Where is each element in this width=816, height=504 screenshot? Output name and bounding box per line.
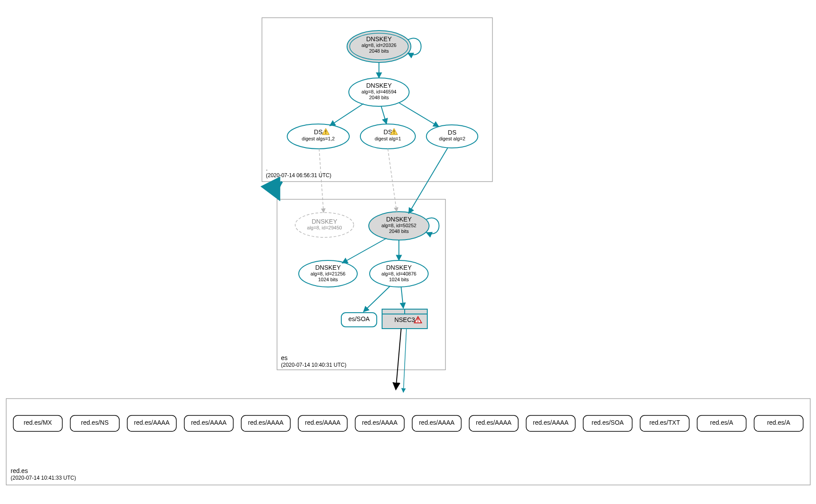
edge-esksk-zsk1 — [342, 238, 387, 263]
es-zsk1-title: DNSKEY — [299, 264, 357, 271]
rrset-item: red.es/AAAA — [355, 415, 404, 431]
root-ksk-title: DNSKEY — [347, 35, 411, 43]
root-zsk-bits: 2048 bits — [349, 95, 409, 101]
node-nsec3: NSEC3 — [382, 309, 427, 329]
rrset-label: red.es/AAAA — [533, 419, 568, 426]
root-ksk-alg: alg=8, id=20326 — [347, 43, 411, 48]
rrset-item: red.es/TXT — [640, 415, 689, 431]
node-es-soa: es/SOA — [341, 313, 377, 327]
rrset-item: red.es/AAAA — [241, 415, 290, 431]
svg-rect-20 — [6, 399, 810, 485]
rrset-item: red.es/NS — [70, 415, 120, 431]
rrset-item: red.es/MX — [13, 415, 62, 431]
es-soa-label: es/SOA — [348, 315, 370, 322]
es-missing-alg: alg=8, id=29450 — [295, 225, 354, 231]
root-zsk-title: DNSKEY — [349, 82, 409, 89]
rrset-label: red.es/SOA — [592, 419, 624, 426]
es-zsk2-title: DNSKEY — [370, 264, 428, 271]
ds1-sub: digest algs=1,2 — [287, 136, 349, 142]
rrset-label: red.es/NS — [81, 419, 109, 426]
rrset-label: red.es/A — [710, 419, 733, 426]
ds1-title: DS — [314, 128, 322, 136]
node-ds3: DS digest alg=2 — [426, 125, 478, 148]
node-ds2: DS digest alg=1 — [360, 124, 415, 149]
root-zsk-alg: alg=8, id=46594 — [349, 89, 409, 95]
edge-rootzsk-ds3 — [399, 103, 439, 127]
rrset-label: red.es/AAAA — [362, 419, 398, 426]
edge-nsec3-redes-teal — [403, 329, 406, 392]
zone-redes — [6, 399, 810, 485]
edge-zsk2-nsec3 — [401, 287, 403, 308]
rrset-item: red.es/SOA — [583, 415, 632, 431]
es-zsk1-bits: 1024 bits — [299, 277, 357, 283]
edge-rootzsk-ds1 — [330, 104, 363, 126]
root-ksk-bits: 2048 bits — [347, 48, 411, 54]
es-zsk2-bits: 1024 bits — [370, 277, 428, 283]
node-es-zsk2: DNSKEY alg=8, id=40876 1024 bits — [370, 260, 428, 287]
es-ksk-bits: 2048 bits — [369, 229, 429, 234]
rrset-item: red.es/AAAA — [127, 415, 176, 431]
rrset-item: red.es/A — [697, 415, 746, 431]
es-ksk-title: DNSKEY — [369, 216, 429, 223]
rrset-item: red.es/AAAA — [526, 415, 575, 431]
es-missing-title: DNSKEY — [295, 218, 354, 225]
ds3-title: DS — [426, 129, 478, 136]
es-zsk1-alg: alg=8, id=21256 — [299, 271, 357, 277]
edge-ds3-esksk — [409, 148, 448, 213]
node-ds1: DS digest algs=1,2 — [287, 124, 349, 149]
rrset-label: red.es/MX — [23, 419, 52, 426]
rrset-label: red.es/TXT — [649, 419, 680, 426]
rrset-label: red.es/AAAA — [419, 419, 454, 426]
rrset-item: red.es/AAAA — [469, 415, 519, 431]
dnssec-diagram: DNSKEY alg=8, id=20326 2048 bits DNSKEY … — [0, 0, 816, 504]
rrset-label: red.es/A — [767, 419, 790, 426]
node-es-zsk1: DNSKEY alg=8, id=21256 1024 bits — [299, 260, 357, 287]
es-zsk2-alg: alg=8, id=40876 — [370, 271, 428, 277]
rrset-label: red.es/AAAA — [248, 419, 283, 426]
rrset-label: red.es/AAAA — [476, 419, 511, 426]
rrset-label: red.es/AAAA — [134, 419, 169, 426]
rrset-item: red.es/AAAA — [412, 415, 461, 431]
edge-nsec3-redes-black — [396, 329, 401, 390]
ds2-sub: digest alg=1 — [360, 136, 415, 142]
rrset-item: red.es/AAAA — [184, 415, 234, 431]
rrset-item: red.es/AAAA — [298, 415, 347, 431]
edge-zsk2-essoa — [363, 286, 390, 312]
node-root-ksk: DNSKEY alg=8, id=20326 2048 bits — [347, 31, 411, 62]
edge-rootzsk-ds2 — [381, 106, 387, 124]
edge-zone-root-to-es — [278, 182, 282, 199]
edge-ds2-esksk — [388, 149, 397, 212]
node-es-ksk: DNSKEY alg=8, id=50252 2048 bits — [369, 212, 429, 240]
rrset-label: red.es/AAAA — [305, 419, 340, 426]
ds3-sub: digest alg=2 — [426, 136, 478, 142]
node-root-zsk: DNSKEY alg=8, id=46594 2048 bits — [349, 78, 409, 106]
rrset-row: red.es/MXred.es/NSred.es/AAAAred.es/AAAA… — [13, 415, 803, 431]
rrset-item: red.es/A — [754, 415, 803, 431]
es-ksk-alg: alg=8, id=50252 — [369, 223, 429, 229]
node-es-dnskey-missing: DNSKEY alg=8, id=29450 — [295, 213, 354, 237]
rrset-label: red.es/AAAA — [191, 419, 226, 426]
edge-ds1-esmissing — [319, 149, 324, 213]
nsec3-label: NSEC3 — [394, 316, 415, 323]
zone-es-label: es (2020-07-14 10:40:31 UTC) — [281, 354, 346, 368]
zone-redes-label: red.es (2020-07-14 10:41:33 UTC) — [11, 467, 76, 481]
zone-root-label: . (2020-07-14 06:56:31 UTC) — [266, 165, 331, 178]
